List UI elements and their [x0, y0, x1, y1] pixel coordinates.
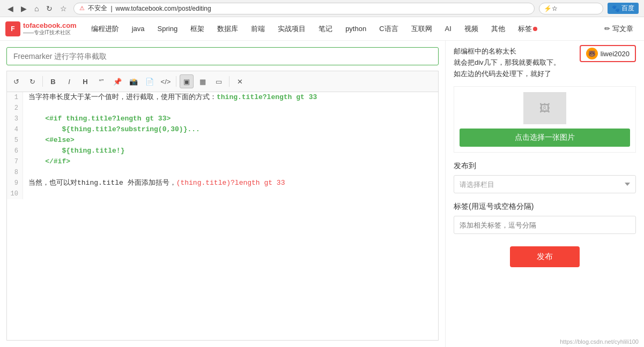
view-preview-button[interactable]: ▭: [212, 74, 226, 88]
code-line-8: 8: [7, 167, 438, 178]
lightning-icon: ⚡: [544, 5, 552, 12]
edit-icon: ✏: [604, 25, 610, 33]
image-icon: 🖼: [539, 102, 550, 115]
undo-button[interactable]: ↺: [9, 74, 23, 88]
browser-bar: ◀ ▶ ⌂ ↻ ☆ ⚠ 不安全 | www.tofacebook.com/pos…: [0, 0, 644, 17]
baidu-button[interactable]: 🐾 百度: [608, 3, 639, 14]
browser-nav-icons: ◀ ▶ ⌂ ↻ ☆: [5, 3, 69, 14]
site-sub: ——专业IT技术社区: [23, 29, 77, 36]
code-button[interactable]: </>: [159, 74, 173, 88]
line-text: 当字符串长度大于某一个值时，进行截取，使用下面的方式：thing.title?l…: [23, 92, 317, 103]
username: liwei2020: [601, 50, 630, 58]
user-badge[interactable]: 🐻 liwei2020: [580, 45, 636, 62]
nav-item-shujuku[interactable]: 数据库: [211, 17, 245, 41]
nav-item-kuangjia[interactable]: 框架: [184, 17, 211, 41]
toolbar-separator-3: [229, 76, 230, 87]
write-label: 写文章: [612, 24, 633, 34]
nav-item-biaoqian[interactable]: 标签: [512, 17, 544, 41]
line-text: 当然，也可以对thing.title 外面添加括号，(thing.title)?…: [23, 178, 285, 188]
line-number: 3: [7, 114, 23, 124]
code-editor[interactable]: 1 当字符串长度大于某一个值时，进行截取，使用下面的方式：thing.title…: [6, 92, 439, 341]
code-line-1: 1 当字符串长度大于某一个值时，进行截取，使用下面的方式：thing.title…: [7, 92, 438, 103]
line-text: ${thing.title?substring(0,30)}...: [23, 124, 200, 135]
code-line-6: 6 ${thing.title!}: [7, 146, 438, 156]
logo-area[interactable]: F tofacebook.com ——专业IT技术社区: [5, 21, 77, 36]
nav-item-qita[interactable]: 其他: [485, 17, 512, 41]
nav-item-clanguage[interactable]: C语言: [373, 17, 404, 41]
publish-label: 发布到: [454, 161, 636, 171]
nav-refresh-icon[interactable]: ↻: [44, 3, 55, 14]
line-text: </#if>: [23, 156, 70, 167]
view-split-button[interactable]: ▦: [196, 74, 210, 88]
main-layout: ↺ ↻ B I H “” 📌 📸 📄 </> ▣ ▦ ▭ ✕ 1 当字符串长度大…: [0, 41, 644, 347]
nav-bar: F tofacebook.com ——专业IT技术社区 编程进阶 java Sp…: [0, 17, 644, 41]
fullscreen-button[interactable]: ✕: [233, 74, 247, 88]
code-line-2: 2: [7, 103, 438, 114]
code-line-7: 7 </#if>: [7, 156, 438, 167]
italic-button[interactable]: I: [62, 74, 76, 88]
editor-panel: ↺ ↻ B I H “” 📌 📸 📄 </> ▣ ▦ ▭ ✕ 1 当字符串长度大…: [0, 41, 446, 347]
line-number: 9: [7, 178, 23, 188]
image-upload-area: 🖼 点击选择一张图片: [454, 86, 636, 153]
line-number: 7: [7, 156, 23, 167]
tags-label: 标签(用逗号或空格分隔): [454, 202, 636, 212]
nav-item-ai[interactable]: AI: [439, 17, 458, 41]
image-placeholder: 🖼: [523, 92, 566, 124]
code-line-5: 5 <#else>: [7, 135, 438, 146]
nav-item-shizhan[interactable]: 实战项目: [271, 17, 312, 41]
quote-button[interactable]: “”: [94, 74, 108, 88]
paw-icon: 🐾: [612, 5, 620, 12]
line-text: [23, 167, 28, 178]
select-image-button[interactable]: 点击选择一张图片: [460, 129, 630, 147]
tags-input[interactable]: [454, 216, 636, 234]
toolbar-separator-1: [42, 76, 43, 87]
nav-forward-icon[interactable]: ▶: [19, 3, 29, 14]
line-text: [23, 188, 28, 199]
url-bar[interactable]: ⚠ 不安全 | www.tofacebook.com/post/editing: [73, 3, 535, 14]
nav-item-biji[interactable]: 笔记: [312, 17, 339, 41]
tag-dot: [533, 27, 537, 31]
site-name: tofacebook.com: [23, 21, 77, 30]
file-button[interactable]: 📄: [143, 74, 157, 88]
image-button[interactable]: 📸: [127, 74, 140, 88]
nav-item-shipin[interactable]: 视频: [458, 17, 485, 41]
security-icon: ⚠: [79, 5, 85, 12]
heading-button[interactable]: H: [78, 74, 92, 88]
title-input[interactable]: [6, 47, 439, 65]
write-article-button[interactable]: ✏ 写文章: [599, 24, 639, 34]
nav-item-java[interactable]: java: [125, 17, 151, 41]
browser-search[interactable]: ⚡ ☆: [539, 3, 603, 14]
nav-home-icon[interactable]: ⌂: [32, 3, 41, 14]
annotation-area: 邮编框中的名称太长 就会把div几下，那我就要截取下。 如左边的代码去处理下，就…: [446, 41, 644, 82]
link-button[interactable]: 📌: [110, 74, 124, 88]
nav-star-icon[interactable]: ☆: [58, 3, 69, 14]
nav-back-icon[interactable]: ◀: [5, 3, 16, 14]
nav-item-python[interactable]: python: [339, 17, 373, 41]
nav-item-hulianwang[interactable]: 互联网: [405, 17, 439, 41]
line-text: <#else>: [23, 135, 75, 146]
line-number: 1: [7, 92, 23, 103]
code-line-10: 10: [7, 188, 438, 199]
url-text: www.tofacebook.com/post/editing: [116, 5, 211, 12]
avatar: 🐻: [586, 48, 598, 59]
nav-item-spring[interactable]: Spring: [151, 17, 184, 41]
line-number: 8: [7, 167, 23, 178]
line-number: 4: [7, 124, 23, 135]
bold-button[interactable]: B: [46, 74, 60, 88]
redo-button[interactable]: ↻: [25, 74, 39, 88]
sidebar: 邮编框中的名称太长 就会把div几下，那我就要截取下。 如左边的代码去处理下，就…: [446, 41, 644, 347]
logo-text: tofacebook.com ——专业IT技术社区: [23, 21, 77, 36]
nav-item-biancheng[interactable]: 编程进阶: [85, 17, 125, 41]
code-line-9: 9 当然，也可以对thing.title 外面添加括号，(thing.title…: [7, 178, 438, 188]
nav-items: 编程进阶 java Spring 框架 数据库 前端 实战项目 笔记 pytho…: [85, 17, 599, 41]
publish-button[interactable]: 发布: [510, 246, 580, 267]
view-normal-button[interactable]: ▣: [180, 74, 194, 88]
logo-icon: F: [5, 21, 20, 36]
tags-section: 标签(用逗号或空格分隔): [454, 202, 636, 234]
security-text: 不安全: [88, 4, 107, 13]
nav-item-qianduan[interactable]: 前端: [245, 17, 271, 41]
category-select[interactable]: 请选择栏目 请选择栏目: [454, 175, 636, 193]
line-text: ${thing.title!}: [23, 146, 124, 156]
line-text: <#if thing.title?length gt 33>: [23, 114, 171, 124]
separator: |: [110, 5, 112, 12]
